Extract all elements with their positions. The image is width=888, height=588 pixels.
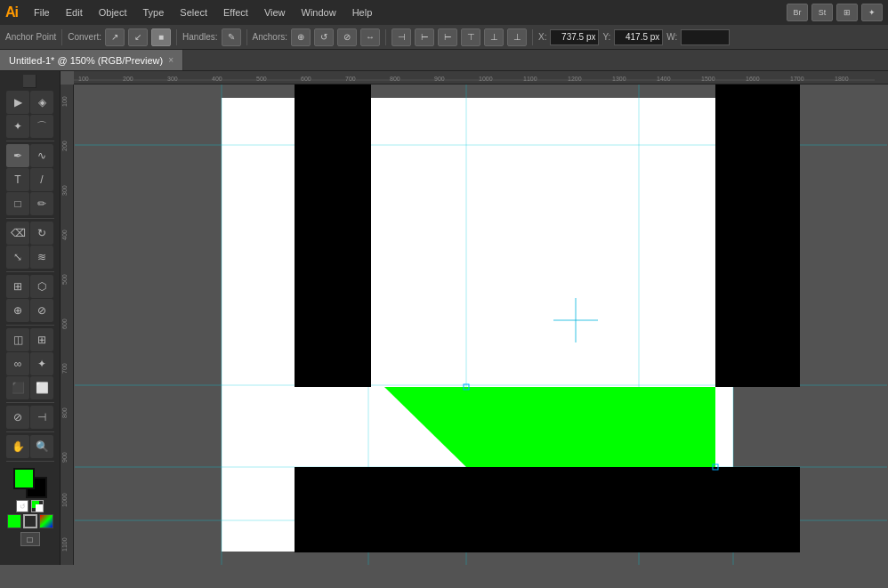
stroke-mode-btn[interactable]	[23, 514, 37, 528]
y-input[interactable]	[614, 29, 663, 45]
menu-file[interactable]: File	[27, 4, 57, 20]
handles-btn-1[interactable]: ✎	[222, 28, 241, 46]
handles-label: Handles:	[182, 32, 217, 42]
curvature-tool[interactable]: ∿	[30, 144, 53, 167]
screen-mode-btn[interactable]: □	[20, 532, 40, 546]
anchor-point-label: Anchor Point	[5, 32, 56, 42]
tab-bar: Untitled-1* @ 150% (RGB/Preview) ×	[0, 50, 888, 71]
symbol-tool[interactable]: ✦	[30, 352, 53, 375]
menu-select[interactable]: Select	[173, 4, 214, 20]
svg-text:200: 200	[123, 76, 133, 82]
tab-close-btn[interactable]: ×	[168, 55, 174, 65]
chart-tool[interactable]: ⬛	[6, 376, 29, 399]
align-left[interactable]: ⊣	[392, 28, 411, 46]
warp-tool[interactable]: ≋	[30, 246, 53, 269]
pencil-tool[interactable]: ✏	[30, 192, 53, 215]
menu-object[interactable]: Object	[92, 4, 134, 20]
eyedropper-tool[interactable]: ⊘	[6, 406, 29, 429]
svg-text:1800: 1800	[835, 76, 849, 82]
anchors-btn-3[interactable]: ⊘	[337, 28, 357, 46]
canvas-area[interactable]: 100 200 300 400 500 600 700 800 900 1000…	[61, 71, 888, 565]
svg-text:100: 100	[78, 76, 89, 82]
select-tool[interactable]: ▶	[6, 91, 29, 114]
anchor-point-toolbar: Anchor Point Convert: ↗ ↙ ■ Handles: ✎ A…	[0, 25, 888, 50]
svg-text:900: 900	[61, 452, 68, 463]
magic-wand-tool[interactable]: ✦	[6, 115, 29, 138]
w-input[interactable]	[681, 29, 730, 45]
menu-view[interactable]: View	[257, 4, 293, 20]
svg-text:1300: 1300	[612, 76, 626, 82]
lasso-tool[interactable]: ⌒	[30, 115, 53, 138]
svg-text:900: 900	[434, 76, 445, 82]
x-input[interactable]	[550, 29, 599, 45]
convert-btn-1[interactable]: ↗	[105, 28, 125, 46]
svg-rect-48	[715, 467, 800, 552]
artwork-canvas[interactable]	[74, 85, 888, 565]
menu-edit[interactable]: Edit	[59, 4, 90, 20]
ruler-top: 100 200 300 400 500 600 700 800 900 1000…	[74, 71, 888, 85]
rotate-tool[interactable]: ↻	[30, 222, 53, 245]
fill-swatch[interactable]	[13, 468, 35, 489]
line-tool[interactable]: /	[30, 168, 53, 191]
hand-tool[interactable]: ✋	[6, 435, 29, 458]
document-tab[interactable]: Untitled-1* @ 150% (RGB/Preview) ×	[0, 50, 183, 70]
align-vcenter[interactable]: ⊥	[484, 28, 504, 46]
pen-tool[interactable]: ✒	[6, 144, 29, 167]
convert-label: Convert:	[68, 32, 101, 42]
fill-mode-btn[interactable]	[7, 514, 21, 528]
tab-title: Untitled-1* @ 150% (RGB/Preview)	[9, 55, 163, 66]
anchors-btn-2[interactable]: ↺	[314, 28, 334, 46]
grid-icon[interactable]: ⊞	[836, 4, 858, 21]
artboard-tool[interactable]: ⬜	[30, 376, 53, 399]
y-label: Y:	[602, 32, 610, 42]
svg-text:1200: 1200	[568, 76, 582, 82]
rect-tool[interactable]: □	[6, 192, 29, 215]
blend-tool[interactable]: ∞	[6, 352, 29, 375]
gradient-fill-btn[interactable]	[39, 514, 53, 528]
perspective-tool[interactable]: ⬡	[30, 275, 53, 298]
align-top[interactable]: ⊤	[461, 28, 480, 46]
align-bottom[interactable]: ⊥	[507, 28, 527, 46]
gradient-tool[interactable]: ◫	[6, 328, 29, 351]
menu-help[interactable]: Help	[345, 4, 380, 20]
svg-text:1600: 1600	[746, 76, 760, 82]
svg-text:700: 700	[345, 76, 356, 82]
default-colors-btn[interactable]: ↺	[16, 500, 28, 512]
left-toolbar: ▶ ◈ ✦ ⌒ ✒ ∿ T / □ ✏ ⌫ ↻ ⤡ ≋ ⊞	[0, 71, 61, 565]
svg-text:300: 300	[61, 185, 68, 196]
color-swatches	[13, 468, 47, 498]
svg-text:800: 800	[61, 407, 68, 418]
free-transform-tool[interactable]: ⊞	[6, 275, 29, 298]
convert-btn-2[interactable]: ↙	[128, 28, 148, 46]
bridge-icon[interactable]: Br	[787, 4, 808, 21]
live-paint-tool[interactable]: ⊘	[30, 299, 53, 322]
menu-window[interactable]: Window	[295, 4, 343, 20]
swap-colors-btn[interactable]	[31, 500, 44, 512]
svg-rect-41	[295, 85, 371, 387]
zoom-tool[interactable]: 🔍	[30, 435, 53, 458]
align-hcenter[interactable]: ⊢	[415, 28, 434, 46]
anchors-btn-4[interactable]: ↔	[360, 28, 380, 46]
align-right[interactable]: ⊢	[438, 28, 457, 46]
menu-type[interactable]: Type	[136, 4, 172, 20]
svg-text:1000: 1000	[61, 493, 68, 507]
scale-tool[interactable]: ⤡	[6, 246, 29, 269]
anchors-btn-1[interactable]: ⊕	[291, 28, 311, 46]
arrange-icon[interactable]: ✦	[861, 4, 883, 21]
menu-effect[interactable]: Effect	[216, 4, 255, 20]
stock-icon[interactable]: St	[811, 4, 833, 21]
convert-btn-3[interactable]: ■	[151, 28, 171, 46]
mesh-tool[interactable]: ⊞	[30, 328, 53, 351]
eraser-tool[interactable]: ⌫	[6, 222, 29, 245]
measure-tool[interactable]: ⊣	[30, 406, 53, 429]
svg-text:200: 200	[61, 141, 68, 151]
direct-select-tool[interactable]: ◈	[30, 91, 53, 114]
svg-text:800: 800	[390, 76, 400, 82]
w-label: W:	[666, 32, 677, 42]
svg-text:500: 500	[256, 76, 267, 82]
shape-builder-tool[interactable]: ⊕	[6, 299, 29, 322]
x-label: X:	[538, 32, 546, 42]
type-tool[interactable]: T	[6, 168, 29, 191]
svg-text:1100: 1100	[61, 537, 68, 552]
svg-rect-44	[295, 467, 377, 552]
